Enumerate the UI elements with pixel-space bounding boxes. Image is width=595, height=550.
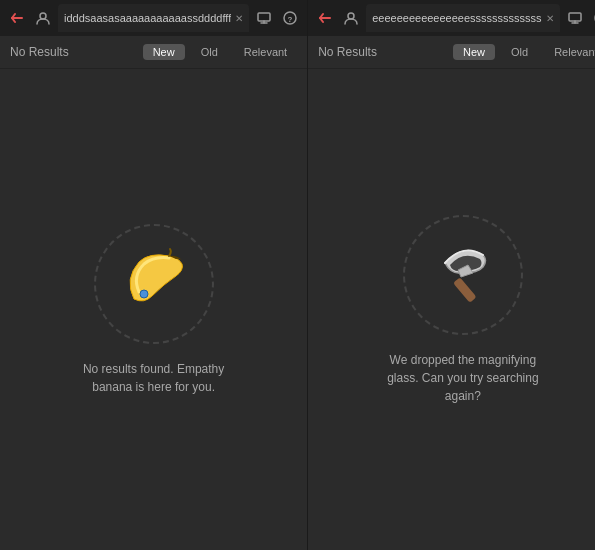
illustration-right: [403, 215, 523, 335]
filter-relevant-left[interactable]: Relevant: [234, 44, 297, 60]
svg-rect-1: [258, 13, 270, 21]
tab-right[interactable]: eeeeeeeeeeeeeeeesssssssssssss ✕: [366, 4, 559, 32]
back-icon-left[interactable]: [6, 7, 28, 29]
top-bar-left: idddsaasasaaaaaaaaaaassddddfff ✕ ?: [0, 0, 307, 36]
back-icon-right[interactable]: [314, 7, 336, 29]
empty-message-left: No results found. Empathy banana is here…: [74, 360, 234, 396]
svg-text:?: ?: [288, 15, 293, 24]
filter-new-right[interactable]: New: [453, 44, 495, 60]
sub-header-right: No Results New Old Relevant: [308, 36, 595, 69]
content-left: No results found. Empathy banana is here…: [0, 69, 307, 550]
tab-close-right[interactable]: ✕: [546, 13, 554, 24]
content-right: We dropped the magnifying glass. Can you…: [308, 69, 595, 550]
tab-close-left[interactable]: ✕: [235, 13, 243, 24]
filter-old-left[interactable]: Old: [191, 44, 228, 60]
top-bar-right: eeeeeeeeeeeeeeeesssssssssssss ✕ ?: [308, 0, 595, 36]
tab-text-right: eeeeeeeeeeeeeeeesssssssssssss: [372, 12, 541, 24]
sub-header-left: No Results New Old Relevant: [0, 36, 307, 69]
scythe-icon: [423, 235, 503, 315]
illustration-left: [94, 224, 214, 344]
svg-rect-9: [453, 277, 477, 303]
filter-relevant-right[interactable]: Relevant: [544, 44, 595, 60]
monitor-icon-left[interactable]: [253, 7, 275, 29]
user-icon-right[interactable]: [340, 7, 362, 29]
no-results-left: No Results: [10, 45, 137, 59]
tab-left[interactable]: idddsaasasaaaaaaaaaaassddddfff ✕: [58, 4, 249, 32]
monitor-icon-right[interactable]: [564, 7, 586, 29]
filter-new-left[interactable]: New: [143, 44, 185, 60]
no-results-right: No Results: [318, 45, 447, 59]
svg-point-5: [348, 13, 354, 19]
banana-icon: [114, 244, 194, 324]
svg-point-4: [140, 290, 148, 298]
svg-point-0: [40, 13, 46, 19]
tab-text-left: idddsaasasaaaaaaaaaaassddddfff: [64, 12, 231, 24]
svg-rect-6: [569, 13, 581, 21]
app-container: idddsaasasaaaaaaaaaaassddddfff ✕ ? No Re…: [0, 0, 595, 550]
user-icon-left[interactable]: [32, 7, 54, 29]
question-icon-right[interactable]: ?: [590, 7, 595, 29]
panel-left: idddsaasasaaaaaaaaaaassddddfff ✕ ? No Re…: [0, 0, 308, 550]
panel-right: eeeeeeeeeeeeeeeesssssssssssss ✕ ? No Res…: [308, 0, 595, 550]
filter-old-right[interactable]: Old: [501, 44, 538, 60]
empty-message-right: We dropped the magnifying glass. Can you…: [383, 351, 543, 405]
question-icon-left[interactable]: ?: [279, 7, 301, 29]
